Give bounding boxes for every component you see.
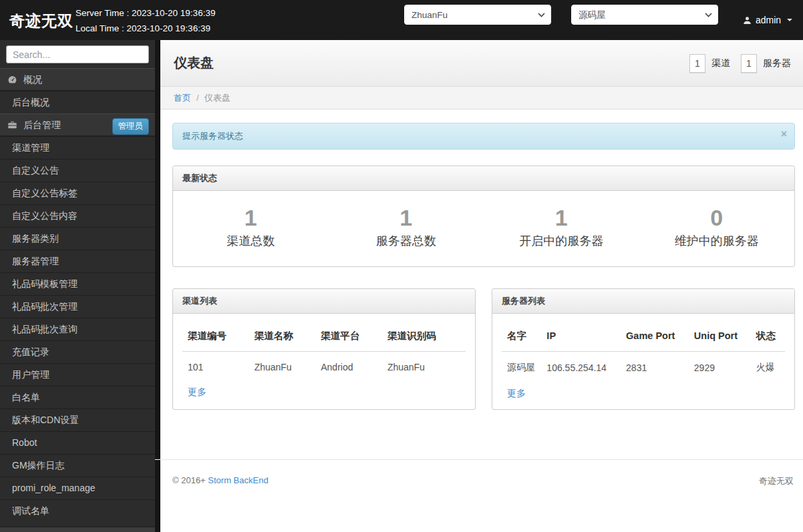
sidebar-item[interactable]: GM操作日志 [0,454,155,477]
sidebar: 概况后台概况后台管理管理员渠道管理自定义公告自定义公告标签自定义公告内容服务器类… [0,40,155,532]
table-header-row: 渠道编号渠道名称渠道平台渠道识别码 [182,318,466,352]
sidebar-item[interactable]: 充值记录 [0,340,155,363]
sidebar-item[interactable]: 白名单 [0,386,155,409]
sidebar-item[interactable]: 自定义公告 [0,159,155,182]
column-header: 渠道平台 [315,318,382,352]
search-input[interactable] [6,45,149,63]
sidebar-item-label: 调试名单 [12,500,49,522]
stat-item: 0维护中的服务器 [639,204,795,249]
latest-status-panel: 最新状态 1渠道总数1服务器总数1开启中的服务器0维护中的服务器 [172,166,795,267]
sidebar-item[interactable]: 自定义公告内容 [0,204,155,227]
user-menu[interactable]: admin [743,0,792,40]
stat-value: 0 [639,204,795,232]
sidebar-item[interactable]: Robot [0,431,155,454]
channel-count-label: 渠道 [711,57,730,69]
column-header: 渠道识别码 [382,318,466,352]
column-header: Uniq Port [689,318,751,352]
sidebar-item-label: GM操作日志 [12,455,65,477]
table-cell: 101 [182,351,249,381]
sidebar-item[interactable]: 礼品码批次查询 [0,318,155,340]
table-row: 101ZhuanFuAndriodZhuanFu [182,351,466,381]
sidebar-item-label: 自定义公告 [12,160,59,182]
time-display: Server Time : 2023-10-20 19:36:39 Local … [75,5,215,36]
column-header: 名字 [502,318,541,352]
breadcrumb-home-link[interactable]: 首页 [174,92,191,104]
column-header: IP [541,318,621,352]
table-row: 源码屋106.55.254.1428312929火爆 [502,351,785,382]
channel-list-panel: 渠道列表 渠道编号渠道名称渠道平台渠道识别码101ZhuanFuAndriodZ… [172,288,476,410]
alert-text: 提示服务器状态 [182,131,243,141]
sidebar-menu: 概况后台概况后台管理管理员渠道管理自定义公告自定义公告标签自定义公告内容服务器类… [0,68,155,522]
sidebar-item[interactable]: promi_role_manage [0,477,155,499]
server-count-chip: 1 服务器 [741,54,794,73]
sidebar-item-label: 概况 [23,69,42,91]
stat-item: 1渠道总数 [173,204,329,249]
sidebar-item-label: 礼品码批次查询 [12,318,77,340]
sidebar-item[interactable]: 渠道管理 [0,136,155,159]
breadcrumb-separator: / [196,93,199,103]
sidebar-edge [155,40,160,532]
table-cell: 2831 [621,351,689,382]
sidebar-item-label: 自定义公告标签 [12,182,77,204]
sidebar-section[interactable]: 后台管理管理员 [0,113,155,136]
sidebar-item-label: 版本和CDN设置 [12,409,79,431]
sidebar-item[interactable]: 礼品码批次管理 [0,295,155,318]
sidebar-item[interactable]: 自定义公告标签 [0,182,155,204]
sidebar-item-label: 白名单 [12,386,40,409]
channel-count-chip: 1 渠道 [689,54,741,73]
footer-border-dash [155,459,160,460]
sidebar-item[interactable]: 服务器管理 [0,250,155,272]
table-cell: 火爆 [751,351,785,382]
table-cell: 源码屋 [502,351,541,382]
footer: © 2016+ Storm BackEnd 奇迹无双 [160,459,803,532]
app-logo: 奇迹无双 [9,11,73,31]
column-header: 渠道名称 [249,318,316,352]
channel-select[interactable]: ZhuanFu [404,5,551,25]
table-cell: 106.55.254.14 [541,351,621,382]
stat-item: 1开启中的服务器 [484,204,639,249]
sidebar-item-label: promi_role_manage [12,477,96,499]
sidebar-item-label: 礼品码批次管理 [12,296,77,318]
column-header: 状态 [751,318,785,352]
page-header: 仪表盘 1 渠道 1 服务器 [160,40,803,87]
column-header: Game Port [621,318,689,352]
channel-more-link[interactable]: 更多 [188,386,206,398]
table-cell: 2929 [689,351,751,382]
sidebar-item-label: 后台概况 [12,91,49,113]
table-header-row: 名字IPGame PortUniq Port状态 [502,318,785,352]
status-stats: 1渠道总数1服务器总数1开启中的服务器0维护中的服务器 [173,191,794,266]
latest-status-title: 最新状态 [173,166,794,191]
footer-brand-link[interactable]: Storm BackEnd [208,475,268,485]
stat-value: 1 [173,204,329,232]
close-icon[interactable]: × [781,129,787,140]
sidebar-item[interactable]: 版本和CDN设置 [0,409,155,431]
sidebar-item-label: 后台管理 [23,114,61,136]
sidebar-item-label: 充值记录 [12,341,49,363]
sidebar-item-label: 渠道管理 [12,137,49,159]
server-time-line: Server Time : 2023-10-20 19:36:39 [75,5,215,21]
sidebar-item-label: Robot [12,432,37,454]
sidebar-item[interactable]: 调试名单 [0,499,155,522]
channel-count-value: 1 [689,54,705,73]
sidebar-item[interactable]: 用户管理 [0,363,155,386]
server-list-panel: 服务器列表 名字IPGame PortUniq Port状态源码屋106.55.… [492,288,795,410]
sidebar-item[interactable]: 后台概况 [0,91,155,113]
sidebar-bottom-strip [0,527,155,532]
server-select[interactable]: 源码屋 [571,5,718,25]
breadcrumb: 首页 / 仪表盘 [160,87,803,109]
breadcrumb-current: 仪表盘 [204,92,230,104]
local-time-line: Local Time : 2023-10-20 19:36:39 [75,21,215,36]
stat-label: 维护中的服务器 [639,233,795,249]
sidebar-item-label: 服务器管理 [12,250,59,272]
top-bar: 奇迹无双 Server Time : 2023-10-20 19:36:39 L… [0,0,803,40]
sidebar-item-label: 服务器类别 [12,228,59,250]
user-name: admin [756,15,781,25]
server-more-link[interactable]: 更多 [507,388,526,400]
sidebar-item-label: 用户管理 [12,364,49,386]
sidebar-item[interactable]: 服务器类别 [0,227,155,250]
table-cell: ZhuanFu [249,351,316,381]
server-table: 名字IPGame PortUniq Port状态源码屋106.55.254.14… [502,318,785,382]
sidebar-section[interactable]: 概况 [0,68,155,91]
sidebar-item[interactable]: 礼品码模板管理 [0,272,155,295]
sidebar-item-label: 自定义公告内容 [12,205,77,227]
